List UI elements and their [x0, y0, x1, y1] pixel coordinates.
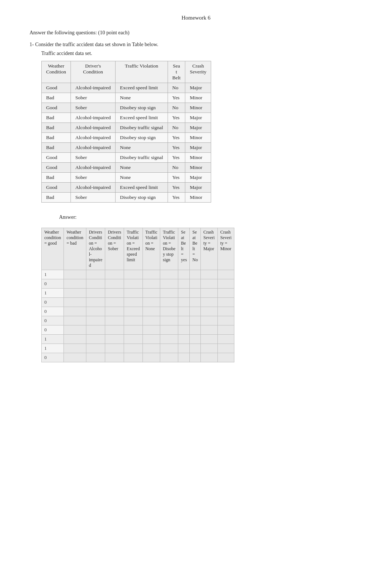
binary-col-header: DriversCondition =Sober: [105, 228, 124, 270]
binary-table-cell: [178, 289, 190, 298]
binary-table-cell: [64, 289, 86, 298]
data-table: WeatherCondition Driver'sCondition Traff…: [41, 61, 211, 203]
binary-table-cell: [178, 298, 190, 307]
binary-table-cell: [105, 279, 124, 289]
binary-table-cell: [124, 325, 142, 335]
binary-table-cell: [86, 335, 105, 344]
binary-table-cell: [124, 298, 142, 307]
binary-table-cell: [200, 279, 217, 289]
binary-table-cell: [200, 353, 217, 362]
sub1-text: Traffic accident data set.: [41, 51, 362, 56]
binary-table-cell: [217, 316, 234, 325]
binary-table-cell: [200, 325, 217, 335]
binary-table-cell: [200, 344, 217, 353]
binary-table-cell: [124, 270, 142, 279]
table-cell: Good: [42, 153, 71, 163]
binary-table-cell: [64, 316, 86, 325]
binary-table-cell: [86, 316, 105, 325]
binary-table-cell: [200, 307, 217, 316]
binary-table-cell: [217, 335, 234, 344]
table-cell: No: [168, 83, 185, 93]
binary-table-cell: [178, 344, 190, 353]
table-cell: Disobey stop sign: [116, 103, 168, 113]
binary-table-row: 0: [42, 298, 234, 307]
binary-table-cell: [190, 289, 201, 298]
binary-table-cell: [190, 335, 201, 344]
table-cell: None: [116, 163, 168, 173]
binary-table-cell: [200, 335, 217, 344]
table-cell: Good: [42, 183, 71, 193]
binary-table-row: 0: [42, 325, 234, 335]
binary-table-cell: [190, 325, 201, 335]
table-row: BadAlcohol-impairedDisobey traffic signa…: [42, 123, 211, 133]
binary-table-cell: [178, 325, 190, 335]
table-cell: Good: [42, 83, 71, 93]
question1-text: 1- Consider the traffic accident data se…: [30, 42, 362, 48]
table-row: GoodSoberDisobey traffic signalYesMinor: [42, 153, 211, 163]
binary-table-cell: [86, 325, 105, 335]
table-cell: Disobey stop sign: [116, 133, 168, 143]
binary-col-header: TrafficViolation =Disobey stopsign: [160, 228, 178, 270]
binary-table-cell: [160, 298, 178, 307]
table-cell: Yes: [168, 93, 185, 103]
table-cell: Minor: [185, 93, 211, 103]
table-cell: Good: [42, 103, 71, 113]
binary-table-cell: [142, 325, 160, 335]
binary-table-cell: [178, 353, 190, 362]
table-cell: Yes: [168, 143, 185, 153]
binary-table-cell: [86, 279, 105, 289]
binary-table-cell: [142, 335, 160, 344]
table-cell: Bad: [42, 143, 71, 153]
binary-table-cell: 0: [42, 279, 64, 289]
table-cell: Yes: [168, 113, 185, 123]
binary-table-cell: 0: [42, 316, 64, 325]
table-cell: No: [168, 103, 185, 113]
binary-table-cell: [190, 307, 201, 316]
table-cell: Bad: [42, 93, 71, 103]
binary-table-cell: [64, 307, 86, 316]
table-cell: Disobey stop sign: [116, 193, 168, 203]
binary-table-cell: [86, 298, 105, 307]
table-cell: Yes: [168, 173, 185, 183]
binary-table-cell: [217, 353, 234, 362]
binary-table-cell: [160, 325, 178, 335]
binary-table-cell: [178, 316, 190, 325]
binary-table-cell: [105, 270, 124, 279]
table-cell: Yes: [168, 133, 185, 143]
table-cell: Bad: [42, 173, 71, 183]
table-cell: Good: [42, 163, 71, 173]
table-row: BadAlcohol-impairedNoneYesMajor: [42, 143, 211, 153]
col-crash: CrashSeverity: [185, 61, 211, 83]
binary-table-cell: [217, 307, 234, 316]
binary-table-row: 0: [42, 307, 234, 316]
binary-table-cell: [190, 344, 201, 353]
table-cell: Alcohol-impaired: [71, 123, 116, 133]
binary-table-cell: [200, 270, 217, 279]
binary-table-cell: [190, 279, 201, 289]
binary-table-cell: 0: [42, 325, 64, 335]
binary-table-cell: 1: [42, 344, 64, 353]
table-row: BadAlcohol-impairedExceed speed limitYes…: [42, 113, 211, 123]
table-cell: Alcohol-impaired: [71, 133, 116, 143]
table-cell: Major: [185, 83, 211, 93]
table-cell: Minor: [185, 193, 211, 203]
table-row: GoodAlcohol-impairedNoneNoMinor: [42, 163, 211, 173]
binary-table-cell: [105, 325, 124, 335]
binary-table-cell: [200, 316, 217, 325]
binary-table-cell: 1: [42, 270, 64, 279]
binary-table-cell: [142, 289, 160, 298]
binary-table-cell: [105, 289, 124, 298]
col-weather: WeatherCondition: [42, 61, 71, 83]
binary-table-cell: [190, 270, 201, 279]
table-cell: Major: [185, 113, 211, 123]
binary-table-cell: 0: [42, 298, 64, 307]
table-cell: Minor: [185, 133, 211, 143]
binary-table-cell: [178, 307, 190, 316]
table-cell: Disobey traffic signal: [116, 123, 168, 133]
binary-table-cell: [217, 325, 234, 335]
answer-label: Answer:: [59, 214, 362, 220]
table-cell: None: [116, 143, 168, 153]
binary-table-cell: [86, 270, 105, 279]
table-row: GoodSoberDisobey stop signNoMinor: [42, 103, 211, 113]
binary-table-cell: [217, 289, 234, 298]
